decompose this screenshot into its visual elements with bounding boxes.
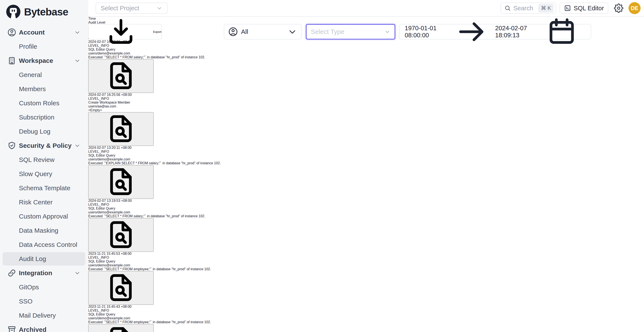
audit-log-table: TimeAudit LevelAudit TypeActorCommentPay… bbox=[88, 17, 644, 332]
sidebar-item-sso[interactable]: SSO bbox=[0, 294, 88, 308]
table-row[interactable]: 2024-02-07 13:20:11 +08:00 LEVEL_INFO SQ… bbox=[88, 146, 644, 199]
cell-payload bbox=[88, 165, 644, 199]
cell-comment: Executed `"SELECT * FROM employee;"` in … bbox=[88, 267, 644, 271]
cell-audit-type: SQL Editor Query bbox=[88, 48, 644, 51]
table-row[interactable]: 2024-02-07 13:19:53 +08:00 LEVEL_INFO SQ… bbox=[88, 199, 644, 252]
level-badge: LEVEL_INFO bbox=[88, 97, 109, 100]
cell-comment: Executed `"SELECT * FROM salary;"` in da… bbox=[88, 214, 644, 218]
brand-name: Bytebase bbox=[24, 6, 68, 18]
cell-comment: Executed `"SELECT * FROM salary;"` in da… bbox=[88, 55, 644, 59]
file-search-icon bbox=[89, 60, 153, 92]
search-icon bbox=[504, 5, 511, 11]
payload-button[interactable] bbox=[88, 165, 154, 199]
sidebar-item-mail-delivery[interactable]: Mail Delivery bbox=[0, 308, 88, 323]
topbar: Select Project Search ⌘ K SQL Editor DE bbox=[88, 0, 644, 17]
member-filter-select[interactable]: All bbox=[224, 24, 302, 39]
sidebar-item-profile[interactable]: Profile bbox=[0, 39, 88, 54]
sidebar-item-account[interactable]: Account bbox=[0, 25, 88, 39]
payload-button[interactable] bbox=[88, 59, 154, 93]
sidebar-item-custom-roles[interactable]: Custom Roles bbox=[0, 96, 88, 110]
sidebar-item-label: Data Masking bbox=[19, 227, 58, 234]
project-select[interactable]: Select Project bbox=[96, 2, 168, 14]
sidebar-item-sql-review[interactable]: SQL Review bbox=[0, 153, 88, 167]
sidebar-item-integration[interactable]: Integration bbox=[0, 266, 88, 280]
cell-audit-level: LEVEL_INFO bbox=[88, 150, 644, 154]
sidebar-item-label: Security & Policy bbox=[19, 142, 72, 149]
sidebar-item-debug-log[interactable]: Debug Log bbox=[0, 124, 88, 139]
sidebar-item-general[interactable]: General bbox=[0, 68, 88, 82]
gear-icon bbox=[614, 3, 624, 13]
sidebar-item-label: Integration bbox=[19, 269, 52, 277]
sidebar-item-label: General bbox=[19, 71, 42, 78]
cell-audit-level: LEVEL_INFO bbox=[88, 97, 644, 101]
cell-time: 2024-02-07 16:25:56 +08:00 bbox=[88, 93, 644, 97]
sidebar-item-data-access-control[interactable]: Data Access Control bbox=[0, 238, 88, 252]
sql-editor-label: SQL Editor bbox=[574, 5, 604, 12]
file-search-icon bbox=[89, 272, 153, 304]
sidebar-item-audit-log[interactable]: Audit Log bbox=[0, 252, 88, 266]
sidebar-item-archived[interactable]: Archived bbox=[0, 323, 88, 332]
member-filter-value: All bbox=[241, 28, 284, 35]
sidebar-item-security-policy[interactable]: Security & Policy bbox=[0, 139, 88, 153]
sidebar-item-custom-approval[interactable]: Custom Approval bbox=[0, 209, 88, 223]
cell-time: 2024-02-07 13:20:11 +08:00 bbox=[88, 146, 644, 150]
payload-button[interactable] bbox=[88, 112, 154, 146]
settings-gear-button[interactable] bbox=[614, 3, 624, 13]
cell-actor: users/demo@example.com bbox=[88, 51, 644, 55]
payload-button[interactable] bbox=[88, 218, 154, 252]
payload-button[interactable] bbox=[88, 324, 154, 332]
table-row[interactable]: 2023-11-21 15:45:53 +08:00 LEVEL_INFO SQ… bbox=[88, 252, 644, 305]
terminal-icon bbox=[564, 5, 571, 11]
cell-audit-type: Create Workspace Member bbox=[88, 101, 644, 104]
sidebar-item-workspace[interactable]: Workspace bbox=[0, 54, 88, 68]
sidebar-item-label: Workspace bbox=[19, 57, 53, 64]
sidebar-item-data-masking[interactable]: Data Masking bbox=[0, 223, 88, 238]
chevron-down-icon bbox=[74, 270, 80, 276]
sidebar-item-risk-center[interactable]: Risk Center bbox=[0, 195, 88, 209]
sidebar-item-gitops[interactable]: GitOps bbox=[0, 280, 88, 294]
cell-audit-type: SQL Editor Query bbox=[88, 154, 644, 158]
sidebar-item-label: Archived bbox=[19, 326, 46, 332]
sidebar-item-subscription[interactable]: Subscription bbox=[0, 110, 88, 124]
cell-audit-type: SQL Editor Query bbox=[88, 313, 644, 316]
cell-audit-level: LEVEL_INFO bbox=[88, 309, 644, 313]
chevron-down-icon bbox=[74, 142, 80, 149]
chevron-down-icon bbox=[74, 57, 80, 64]
cell-actor: users/demo@example.com bbox=[88, 210, 644, 214]
cell-payload bbox=[88, 112, 644, 146]
date-start: 1970-01-01 08:00:00 bbox=[405, 25, 448, 39]
chevron-down-icon bbox=[288, 27, 297, 37]
avatar[interactable]: DE bbox=[628, 2, 640, 14]
table-row[interactable]: 2023-11-21 15:45:43 +08:00 LEVEL_INFO SQ… bbox=[88, 305, 644, 332]
sidebar-item-members[interactable]: Members bbox=[0, 82, 88, 96]
search-input[interactable]: Search ⌘ K bbox=[500, 2, 556, 14]
sidebar-item-label: SSO bbox=[19, 298, 32, 305]
sidebar-item-label: Profile bbox=[19, 43, 37, 50]
cell-time: 2023-11-21 15:45:43 +08:00 bbox=[88, 305, 644, 309]
search-placeholder: Search bbox=[514, 5, 536, 12]
calendar-icon bbox=[538, 16, 586, 48]
sidebar-item-icon bbox=[7, 141, 16, 150]
sidebar-item-label: Audit Log bbox=[19, 255, 46, 263]
sidebar-item-label: Schema Template bbox=[19, 184, 70, 192]
sidebar-item-label: Subscription bbox=[19, 114, 54, 121]
sidebar-item-label: Custom Approval bbox=[19, 213, 68, 220]
date-range-picker[interactable]: 1970-01-01 08:00:00 2024-02-07 18:09:13 bbox=[399, 24, 591, 39]
sidebar-item-label: SQL Review bbox=[19, 156, 54, 164]
table-body: 2024-02-07 16:27:26 +08:00 LEVEL_INFO SQ… bbox=[88, 40, 644, 332]
sidebar-nav: Account Profile Workspace General bbox=[0, 24, 88, 332]
brand[interactable]: Bytebase bbox=[0, 0, 88, 24]
table-row[interactable]: 2024-02-07 16:27:26 +08:00 LEVEL_INFO SQ… bbox=[88, 40, 644, 93]
sidebar-item-schema-template[interactable]: Schema Template bbox=[0, 181, 88, 195]
export-button[interactable]: Export bbox=[88, 24, 162, 39]
payload-button[interactable] bbox=[88, 271, 154, 305]
sidebar-item-label: GitOps bbox=[19, 284, 39, 291]
sidebar-item-slow-query[interactable]: Slow Query bbox=[0, 167, 88, 181]
sql-editor-button[interactable]: SQL Editor bbox=[560, 2, 608, 14]
sidebar-item-icon bbox=[7, 325, 16, 332]
download-icon bbox=[89, 16, 153, 48]
type-filter-select[interactable]: Select Type bbox=[306, 24, 395, 39]
table-row[interactable]: 2024-02-07 16:25:56 +08:00 LEVEL_INFO Cr… bbox=[88, 93, 644, 146]
level-badge: LEVEL_INFO bbox=[88, 150, 109, 153]
topbar-actions: Search ⌘ K SQL Editor DE bbox=[500, 2, 640, 14]
